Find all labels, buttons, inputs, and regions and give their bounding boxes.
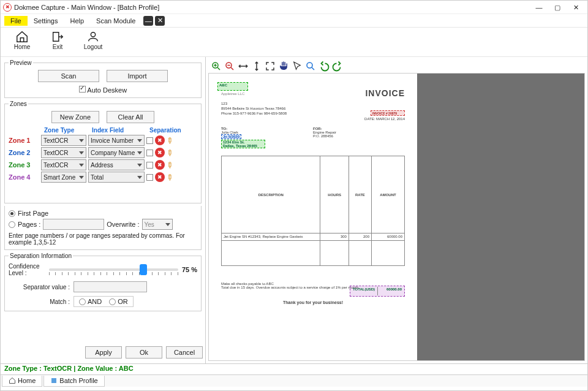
- th-description: DESCRIPTION: [222, 156, 320, 233]
- fit-height-icon[interactable]: [251, 61, 262, 72]
- match-label: Match :: [9, 298, 70, 305]
- minimize-button[interactable]: —: [530, 1, 548, 13]
- scan-button[interactable]: Scan: [38, 70, 99, 82]
- paging-group: First Page Pages : Overwrite : Yes Enter…: [4, 206, 202, 250]
- pan-icon[interactable]: [278, 61, 289, 72]
- maximize-button[interactable]: ▢: [548, 1, 567, 13]
- tab-bar: Home Batch Profile: [1, 374, 587, 387]
- zone-4-delete[interactable]: ✖: [155, 172, 165, 182]
- td-desc: Jet Engine SN #12343, Replace Engine Gas…: [222, 233, 320, 240]
- zone-1-type[interactable]: TextOCR: [41, 135, 86, 146]
- tab-home-label: Home: [18, 377, 36, 384]
- zone-box-total[interactable]: TOTAL(USD) 60000.00: [350, 286, 405, 297]
- zone-1-field[interactable]: Invoice Number: [88, 135, 145, 146]
- logout-icon: [86, 30, 100, 44]
- zoom-out-icon[interactable]: [224, 61, 235, 72]
- tab-home[interactable]: Home: [2, 376, 42, 387]
- fit-page-icon[interactable]: [265, 61, 276, 72]
- toolbar-exit-label: Exit: [53, 44, 63, 50]
- preview-legend: Preview: [9, 59, 33, 66]
- zone-2-type[interactable]: TextOCR: [41, 147, 86, 158]
- menu-settings[interactable]: Settings: [28, 16, 64, 26]
- zone-box-address[interactable]: 1234 Elm St. Dallas, Texas 28465: [221, 140, 265, 148]
- zone-box-abc[interactable]: ABC: [217, 82, 248, 91]
- zone-1-edit[interactable]: ✎: [164, 135, 175, 146]
- separator-value-input[interactable]: [74, 281, 147, 292]
- mdi-minimize-button[interactable]: —: [143, 16, 153, 26]
- zone-box-invoice-no[interactable]: INVOICE # 26879: [371, 110, 405, 116]
- zone-row-3: Zone 3 TextOCR Address ✖ ✎: [9, 159, 197, 170]
- zone-box-date[interactable]: Jn 5/2020: [221, 134, 241, 139]
- zone-4-label: Zone 4: [9, 173, 39, 181]
- zone-2-edit[interactable]: ✎: [164, 147, 175, 158]
- menu-help[interactable]: Help: [64, 16, 90, 26]
- overwrite-select[interactable]: Yes: [142, 219, 173, 230]
- menu-file[interactable]: File: [4, 16, 28, 26]
- toolbar-logout-label: Logout: [84, 44, 103, 50]
- zone-3-sep-check[interactable]: [146, 162, 153, 169]
- close-button[interactable]: ✕: [567, 1, 585, 13]
- match-and-radio[interactable]: [79, 298, 86, 305]
- zone-4-type[interactable]: Smart Zone: [41, 172, 86, 183]
- pointer-icon[interactable]: [292, 61, 303, 72]
- home-tab-icon: [9, 377, 16, 384]
- ok-button[interactable]: Ok: [126, 346, 162, 359]
- zone-2-sep-check[interactable]: [146, 150, 153, 156]
- home-icon: [15, 30, 29, 44]
- window-title: Dokmee Capture - Main Window - [Batch Pr…: [14, 4, 159, 11]
- zone-3-type[interactable]: TextOCR: [41, 159, 86, 170]
- toolbar-home[interactable]: Home: [4, 29, 40, 50]
- auto-deskew-checkbox[interactable]: ✓: [79, 86, 86, 93]
- separation-legend: Separation Information: [9, 252, 73, 259]
- undo-icon[interactable]: [318, 61, 330, 72]
- zone-3-label: Zone 3: [9, 161, 39, 169]
- zone-1-label: Zone 1: [9, 137, 39, 144]
- toolbar-logout[interactable]: Logout: [75, 29, 111, 50]
- mdi-close-button[interactable]: ✕: [155, 16, 165, 26]
- fit-width-icon[interactable]: [238, 61, 249, 72]
- invoice-title: INVOICE: [221, 88, 405, 98]
- invoice-thanks: Thank you for your business!: [221, 300, 405, 305]
- viewer-toolbar: [208, 59, 585, 73]
- footer-buttons: Apply Ok Cancel: [3, 344, 203, 361]
- zoom-in-icon[interactable]: [211, 61, 222, 72]
- zone-1-sep-check[interactable]: [146, 137, 153, 144]
- redo-icon[interactable]: [332, 61, 343, 72]
- main-area: Preview Scan Import ✓ Auto Deskew Zones …: [1, 57, 587, 363]
- zone-4-sep-check[interactable]: [146, 174, 153, 181]
- header-separation: Separation: [149, 127, 181, 134]
- pages-radio[interactable]: [9, 221, 15, 228]
- preview-group: Preview Scan Import ✓ Auto Deskew: [4, 59, 202, 98]
- slider-ticks: [49, 272, 178, 276]
- pages-input[interactable]: [43, 219, 104, 230]
- left-panel: Preview Scan Import ✓ Auto Deskew Zones …: [1, 57, 206, 363]
- apply-button[interactable]: Apply: [85, 346, 122, 359]
- confidence-slider[interactable]: [49, 268, 178, 271]
- zone-2-field[interactable]: Company Name: [88, 147, 145, 158]
- tab-batch-profile[interactable]: Batch Profile: [43, 376, 104, 387]
- zone-4-field[interactable]: Total: [88, 172, 145, 183]
- zone-row-2: Zone 2 TextOCR Company Name ✖ ✎: [9, 147, 197, 158]
- zone-2-delete[interactable]: ✖: [155, 148, 165, 158]
- match-or-radio[interactable]: [109, 298, 116, 305]
- import-button[interactable]: Import: [107, 70, 168, 82]
- menu-scan-module[interactable]: Scan Module: [90, 16, 141, 26]
- zone-4-edit[interactable]: ✎: [164, 172, 175, 183]
- new-zone-button[interactable]: New Zone: [51, 111, 99, 123]
- zones-legend: Zones: [9, 101, 28, 107]
- first-page-radio[interactable]: [9, 210, 15, 217]
- zone-3-edit[interactable]: ✎: [164, 159, 175, 170]
- toolbar-exit[interactable]: Exit: [40, 29, 75, 50]
- zoom-area-icon[interactable]: [305, 61, 316, 72]
- match-or-label: OR: [118, 298, 128, 305]
- zone-2-label: Zone 2: [9, 149, 39, 156]
- clear-all-button[interactable]: Clear All: [107, 111, 154, 123]
- svg-point-0: [91, 32, 95, 37]
- cancel-button[interactable]: Cancel: [166, 346, 203, 359]
- match-and-label: AND: [88, 298, 102, 305]
- document-viewer[interactable]: ABC Appletree LLC INVOICE 123 89544 Bell…: [208, 73, 585, 361]
- zone-1-delete[interactable]: ✖: [155, 135, 165, 145]
- zone-3-delete[interactable]: ✖: [155, 160, 165, 170]
- zone-3-field[interactable]: Address: [88, 159, 145, 170]
- main-toolbar: Home Exit Logout: [1, 28, 587, 57]
